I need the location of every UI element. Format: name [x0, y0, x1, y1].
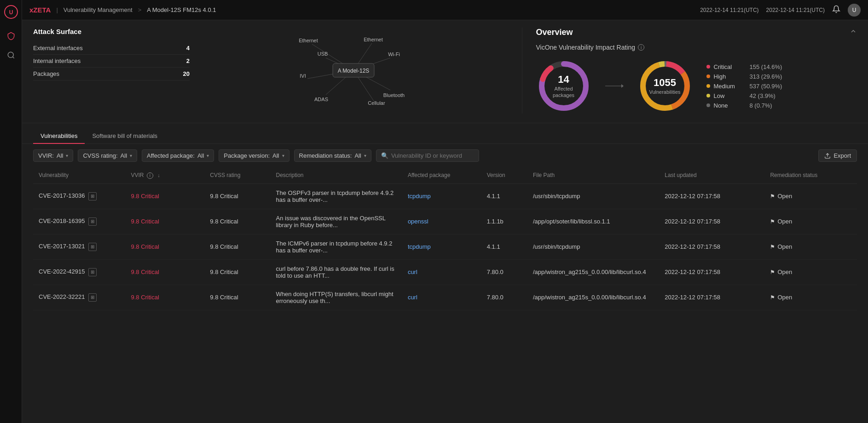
vvir-value: All [57, 152, 63, 159]
cell-filepath: /usr/sbin/tcpdump [527, 234, 659, 259]
critical-label: Critical [714, 63, 746, 70]
table-row[interactable]: CVE-2018-16395 ⊞ 9.8 Critical 9.8 Critic… [33, 209, 857, 234]
cell-status: ⚑ Open [764, 209, 857, 234]
tab-sbom[interactable]: Software bill of materials [85, 129, 165, 144]
affected-pkg-value: All [197, 152, 204, 159]
cell-updated: 2022-12-12 07:17:58 [659, 285, 764, 310]
packages-value: 20 [183, 70, 190, 77]
flag-icon: ⚑ [770, 269, 775, 275]
content-area: Attack Surface External interfaces 4 Int… [22, 20, 868, 423]
tab-vulnerabilities[interactable]: Vulnerabilities [33, 129, 85, 144]
cell-package[interactable]: openssl [402, 209, 481, 234]
vvir-sort-icon[interactable]: ↓ [157, 172, 160, 178]
search-input[interactable] [391, 152, 474, 159]
breadcrumb-vuln[interactable]: Vulnerability Management [64, 6, 133, 13]
notification-icon[interactable] [832, 5, 840, 15]
low-dot [706, 94, 710, 97]
cell-vuln-id: CVE-2018-16395 ⊞ [33, 209, 125, 234]
user-avatar[interactable]: U [848, 4, 861, 17]
high-count: 313 (29.6%) [750, 73, 782, 80]
sidebar-item-search[interactable] [4, 48, 18, 63]
vicone-info-icon[interactable]: i [638, 44, 644, 51]
none-count: 8 (0.7%) [750, 102, 772, 109]
vvir-value-text: 9.8 Critical [131, 243, 159, 250]
affected-packages-txt: Affectedpackages [553, 86, 574, 99]
col-version: Version [481, 167, 527, 183]
table-row[interactable]: CVE-2017-13021 ⊞ 9.8 Critical 9.8 Critic… [33, 234, 857, 259]
int-interfaces-label: Internal interfaces [33, 57, 81, 64]
attack-surface-title: Attack Surface [33, 28, 190, 35]
table-row[interactable]: CVE-2022-32221 ⊞ 9.8 Critical 9.8 Critic… [33, 285, 857, 310]
vulnerabilities-num: 1055 [649, 77, 680, 89]
cve-external-icon[interactable]: ⊞ [88, 243, 97, 251]
cve-external-icon[interactable]: ⊞ [88, 192, 97, 200]
overview-section-title: Overview [536, 28, 845, 37]
affected-pkg-label: Affected package: [147, 152, 195, 159]
status-text: Open [777, 243, 792, 250]
sidebar-item-vulnerability[interactable] [4, 29, 18, 43]
package-link[interactable]: curl [408, 269, 417, 275]
col-vvir[interactable]: VVIR i ↓ [125, 167, 204, 183]
ext-interfaces-value: 4 [186, 45, 190, 51]
table-row[interactable]: CVE-2022-42915 ⊞ 9.8 Critical 9.8 Critic… [33, 259, 857, 285]
main-content: xZETA | Vulnerability Management > A Mod… [22, 0, 868, 423]
affected-pkg-filter[interactable]: Affected package: All ▾ [142, 149, 214, 162]
cell-package[interactable]: curl [402, 285, 481, 310]
package-link[interactable]: curl [408, 294, 417, 301]
none-dot [706, 103, 710, 107]
svg-text:Ethernet: Ethernet [364, 37, 383, 42]
cell-status: ⚑ Open [764, 234, 857, 259]
vvir-filter[interactable]: VVIR: All ▾ [33, 149, 73, 162]
vvir-col-info[interactable]: i [147, 172, 153, 179]
cell-package[interactable]: curl [402, 259, 481, 285]
cvss-value: All [121, 152, 127, 159]
vicone-title: VicOne Vulnerability Impact Rating i [536, 44, 845, 51]
cell-filepath: /usr/sbin/tcpdump [527, 183, 659, 209]
flag-icon: ⚑ [770, 244, 775, 250]
app-logo[interactable]: U [4, 5, 18, 19]
cell-description: An issue was discovered in the OpenSSL l… [270, 209, 402, 234]
cell-package[interactable]: tcpdump [402, 183, 481, 209]
donut-connector [605, 81, 624, 91]
cve-external-icon[interactable]: ⊞ [88, 217, 97, 226]
cve-external-icon[interactable]: ⊞ [88, 293, 97, 302]
cvss-filter[interactable]: CVSS rating: All ▾ [78, 149, 137, 162]
search-container: 🔍 [376, 149, 479, 162]
cell-status: ⚑ Open [764, 285, 857, 310]
cve-external-icon[interactable]: ⊞ [88, 268, 97, 276]
col-remediation: Remediation status [764, 167, 857, 183]
cve-id-text: CVE-2017-13036 [39, 192, 85, 199]
breadcrumb-model: A Model-12S FM12s 4.0.1 [147, 6, 216, 13]
cell-package[interactable]: tcpdump [402, 234, 481, 259]
vvir-chevron: ▾ [66, 153, 68, 158]
flag-icon: ⚑ [770, 193, 775, 200]
cell-vuln-id: CVE-2022-42915 ⊞ [33, 259, 125, 285]
pkg-version-filter[interactable]: Package version: All ▾ [219, 149, 289, 162]
timestamp: 2022-12-14 11:21(UTC) [700, 7, 758, 13]
remediation-label: Remediation status: [299, 152, 352, 159]
cve-id-text: CVE-2022-32221 [39, 293, 85, 300]
remediation-filter[interactable]: Remediation status: All ▾ [294, 149, 371, 162]
cell-vuln-id: CVE-2017-13036 ⊞ [33, 183, 125, 209]
critical-dot [706, 65, 710, 69]
svg-text:USB: USB [317, 51, 328, 57]
cell-cvss: 9.8 Critical [204, 209, 270, 234]
network-diagram: A Model-12S Ethernet Ethernet USB Wi-Fi … [199, 28, 508, 114]
status-badge: ⚑ Open [770, 294, 851, 301]
col-affected-pkg: Affected package [402, 167, 481, 183]
vulnerabilities-donut: 1055 Vulnerabilities [637, 58, 693, 114]
attack-surface-section: Attack Surface External interfaces 4 Int… [33, 28, 190, 114]
table-row[interactable]: CVE-2017-13036 ⊞ 9.8 Critical 9.8 Critic… [33, 183, 857, 209]
vvir-value-text: 9.8 Critical [131, 193, 159, 200]
vvir-value-text: 9.8 Critical [131, 294, 159, 301]
remediation-value: All [354, 152, 361, 159]
cell-version: 4.1.1 [481, 183, 527, 209]
package-link[interactable]: tcpdump [408, 243, 431, 250]
package-link[interactable]: openssl [408, 218, 428, 225]
int-interfaces-value: 2 [186, 57, 190, 64]
export-label: Export [833, 152, 851, 159]
cell-version: 7.80.0 [481, 259, 527, 285]
export-button[interactable]: Export [818, 149, 857, 162]
package-link[interactable]: tcpdump [408, 193, 431, 200]
overview-collapse-btn[interactable] [850, 28, 857, 37]
